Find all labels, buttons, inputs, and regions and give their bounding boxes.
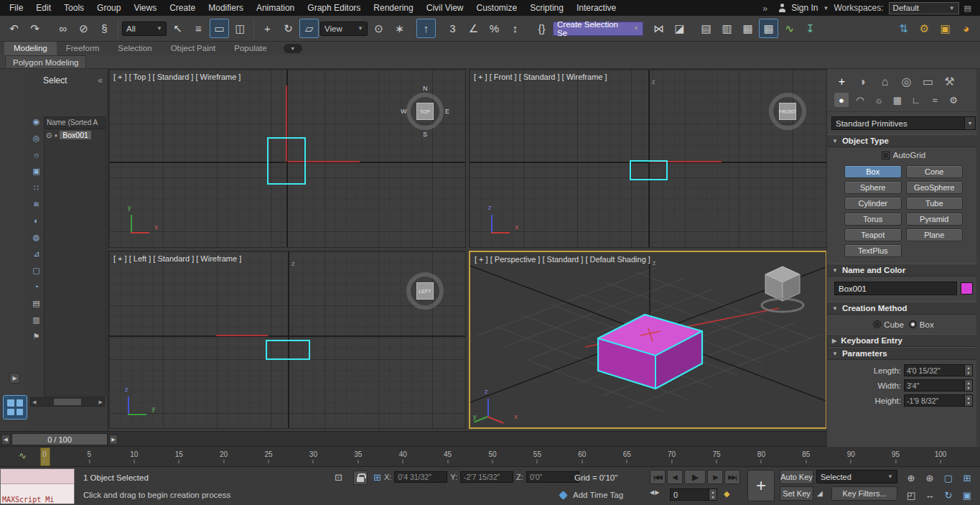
- render-in-cloud-icon[interactable]: ⇅: [894, 19, 913, 38]
- z-coordinate-field[interactable]: 0'0": [526, 471, 579, 483]
- display-shapes-icon[interactable]: ◎: [33, 134, 40, 142]
- menu-item[interactable]: Create: [163, 0, 202, 16]
- spinner-arrows-icon[interactable]: ▲▼: [964, 365, 972, 376]
- menu-item[interactable]: Scripting: [523, 0, 570, 16]
- tab-selection[interactable]: Selection: [108, 42, 161, 55]
- mirror-icon[interactable]: ⋈: [649, 19, 668, 38]
- go-to-start-button[interactable]: |◀◀: [650, 470, 666, 484]
- box-button[interactable]: Box: [844, 165, 902, 178]
- tab-freeform[interactable]: Freeform: [57, 42, 109, 55]
- viewport-layout-tabs-icon[interactable]: ▦: [759, 19, 778, 38]
- sphere-button[interactable]: Sphere: [844, 181, 902, 194]
- explorer-row-box001[interactable]: ⊙ ● Box001: [45, 129, 106, 141]
- primitives-dropdown[interactable]: Standard Primitives ▼: [831, 116, 976, 130]
- viewcube[interactable]: LEFT: [401, 267, 449, 315]
- cone-button[interactable]: Cone: [906, 165, 963, 178]
- menu-item[interactable]: Customize: [470, 0, 524, 16]
- collapse-panel-icon[interactable]: «: [98, 75, 103, 85]
- display-spacewarps-icon[interactable]: ≋: [33, 200, 39, 208]
- polygon-modeling-button[interactable]: Polygon Modeling: [5, 55, 86, 68]
- listener-pane[interactable]: MAXScript Mi: [1, 484, 74, 504]
- pan-icon[interactable]: ↔: [920, 486, 939, 504]
- menu-item[interactable]: Interactive: [570, 0, 622, 16]
- display-containers-icon[interactable]: ▢: [32, 267, 39, 274]
- parameter-spinner-field[interactable]: -1'9 8/32" ▲▼: [904, 394, 973, 407]
- reference-coordinate-dropdown[interactable]: View▼: [320, 22, 368, 36]
- viewport-label[interactable]: [ + ] [ Left ] [ Standard ] [ Wireframe …: [113, 254, 241, 263]
- parameter-spinner-field[interactable]: 3'4" ▲▼: [904, 379, 973, 392]
- zoom-icon[interactable]: ⊕: [902, 469, 920, 486]
- curve-editor-icon[interactable]: ∿: [780, 19, 799, 38]
- geometry-category-icon[interactable]: ●: [834, 93, 849, 107]
- selected-box-wireframe[interactable]: [630, 160, 668, 180]
- pin-explorer-icon[interactable]: ⚑: [33, 333, 40, 340]
- menu-item[interactable]: Group: [90, 0, 127, 16]
- scroll-left-icon[interactable]: ◀: [32, 399, 36, 405]
- display-frozen-icon[interactable]: ◔: [34, 283, 39, 291]
- select-and-scale-icon[interactable]: ▱: [299, 19, 319, 38]
- menu-item[interactable]: Graph Editors: [301, 0, 367, 16]
- viewport-label[interactable]: [ + ] [ Perspective ] [ Standard ] [ Def…: [475, 255, 650, 264]
- display-materials-icon[interactable]: ◐: [34, 217, 39, 225]
- viewcube[interactable]: N W S E TOP: [401, 88, 449, 135]
- teapot-button[interactable]: Teapot: [844, 228, 902, 241]
- render-production-icon[interactable]: ◕: [956, 19, 976, 38]
- schematic-view-icon[interactable]: ↧: [801, 19, 820, 38]
- dock-flyout-arrow[interactable]: ▶: [9, 373, 20, 384]
- viewport-perspective[interactable]: [ + ] [ Perspective ] [ Standard ] [ Def…: [469, 251, 827, 429]
- mini-curve-editor-icon[interactable]: ∿: [19, 450, 27, 461]
- selection-lock-icon[interactable]: [353, 471, 368, 485]
- scrollbar-thumb[interactable]: [54, 399, 81, 405]
- explorer-column-header[interactable]: Name (Sorted A: [45, 117, 106, 129]
- go-to-end-button[interactable]: ▶▶|: [724, 470, 740, 484]
- cameras-category-icon[interactable]: ▦: [890, 93, 905, 107]
- sort-list-icon[interactable]: ▤: [32, 300, 39, 307]
- display-lights-icon[interactable]: ☼: [32, 151, 39, 159]
- helpers-category-icon[interactable]: ∟: [909, 93, 923, 107]
- zoom-all-icon[interactable]: ⊛: [920, 469, 939, 486]
- viewcube-face-label[interactable]: FRONT: [779, 103, 796, 120]
- selection-filter-dropdown[interactable]: All▼: [122, 22, 167, 36]
- display-tab-icon[interactable]: ▭: [920, 75, 935, 88]
- toggle-ribbon-icon[interactable]: ▦: [738, 19, 757, 38]
- menu-item[interactable]: File: [3, 0, 29, 16]
- display-helpers-icon[interactable]: ∷: [34, 184, 39, 192]
- sign-in-button[interactable]: Sign In: [791, 3, 818, 13]
- rollout-parameters[interactable]: ▼ Parameters: [827, 347, 980, 360]
- named-selection-set-dropdown[interactable]: Create Selection Se▼: [553, 22, 643, 36]
- hierarchy-tab-icon[interactable]: ⌂: [877, 75, 892, 88]
- menu-item[interactable]: Modifiers: [202, 0, 250, 16]
- bind-to-space-warp-icon[interactable]: §: [95, 19, 114, 38]
- viewport-label[interactable]: [ + ] [ Top ] [ Standard ] [ Wireframe ]: [113, 73, 241, 81]
- radio-icon[interactable]: [909, 320, 917, 328]
- next-frame-arrow[interactable]: ▶: [109, 435, 118, 445]
- zoom-extents-icon[interactable]: ▢: [939, 469, 958, 486]
- pyramid-button[interactable]: Pyramid: [906, 213, 963, 226]
- time-slider[interactable]: ◀ 0 / 100 ▶: [0, 431, 826, 447]
- track-bar[interactable]: ∿ 05101520253035404550556065707580859095…: [0, 447, 980, 467]
- cylinder-button[interactable]: Cylinder: [844, 197, 902, 210]
- previous-frame-button[interactable]: ◀|: [667, 470, 683, 484]
- tab-object-paint[interactable]: Object Paint: [162, 42, 225, 55]
- tube-button[interactable]: Tube: [906, 197, 963, 210]
- object-color-swatch[interactable]: [961, 282, 973, 295]
- panel-scrollbar[interactable]: [976, 69, 980, 447]
- current-frame-field[interactable]: 0 ▲▼: [670, 488, 717, 501]
- viewport-layout-tab-icon[interactable]: [3, 395, 27, 420]
- toggle-layer-explorer-icon[interactable]: ▥: [717, 19, 737, 38]
- create-tab-icon[interactable]: +: [834, 75, 849, 88]
- menu-item[interactable]: Tools: [57, 0, 90, 16]
- angle-snap-icon[interactable]: ∠: [464, 19, 483, 38]
- key-filters-button[interactable]: Key Filters...: [831, 486, 897, 501]
- zoom-extents-all-icon[interactable]: ⊞: [958, 469, 976, 486]
- select-and-move-icon[interactable]: +: [258, 19, 277, 38]
- spinner-snap-icon[interactable]: ↕: [505, 19, 525, 38]
- viewcube[interactable]: [760, 262, 806, 318]
- maxscript-mini-listener[interactable]: MAXScript Mi: [0, 468, 75, 504]
- add-time-tag-button[interactable]: Add Time Tag: [573, 491, 623, 499]
- spacewarps-category-icon[interactable]: ≈: [928, 93, 942, 107]
- menu-item[interactable]: Animation: [250, 0, 301, 16]
- shapes-category-icon[interactable]: ◠: [853, 93, 867, 107]
- visibility-eye-icon[interactable]: ⊙: [46, 131, 52, 139]
- select-object-icon[interactable]: ↖: [168, 19, 187, 38]
